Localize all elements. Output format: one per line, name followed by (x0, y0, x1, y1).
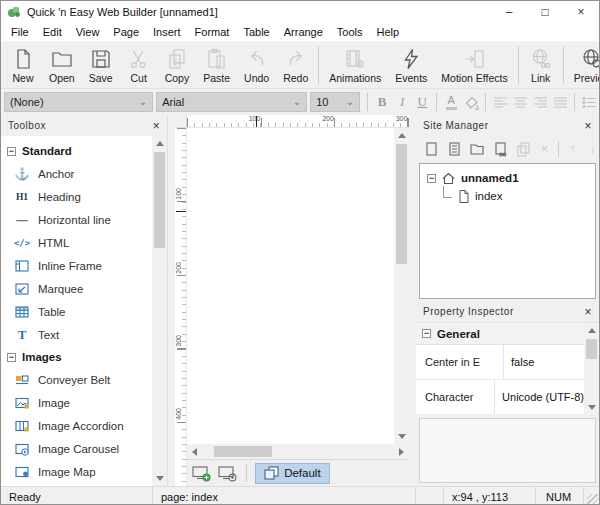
scroll-up-arrow[interactable] (584, 323, 599, 338)
move-up-button[interactable]: ↑ (566, 143, 579, 155)
scroll-right-arrow[interactable] (394, 444, 409, 459)
menu-table[interactable]: Table (236, 26, 276, 38)
menu-edit[interactable]: Edit (36, 26, 69, 38)
toolbox-item-text[interactable]: T Text (1, 323, 152, 346)
collapse-icon[interactable]: − (7, 147, 16, 156)
toolbox-item-conveyer-belt[interactable]: Conveyer Belt (1, 368, 152, 391)
property-value[interactable]: false (504, 356, 534, 368)
menu-file[interactable]: File (4, 26, 36, 38)
canvas-vertical-scrollbar[interactable] (394, 128, 409, 444)
scroll-up-arrow[interactable] (394, 128, 409, 143)
scroll-left-arrow[interactable] (187, 444, 202, 459)
collapse-icon[interactable]: − (7, 353, 16, 362)
toolbox-item-table[interactable]: Table (1, 300, 152, 323)
copy-button[interactable]: Copy (158, 45, 197, 85)
toolbox-item-html[interactable]: </> HTML (1, 231, 152, 254)
paste-button[interactable]: Paste (196, 45, 237, 85)
preview-button[interactable]: Preview (567, 45, 600, 85)
font-select[interactable]: Arial ⌄ (156, 92, 307, 112)
toolbox-item-horizontal-line[interactable]: — Horizontal line (1, 208, 152, 231)
underline-button[interactable]: U (412, 92, 432, 112)
breakpoint-tab-icon (264, 466, 279, 480)
toolbox-item-image[interactable]: Image (1, 391, 152, 414)
scroll-down-arrow[interactable] (394, 429, 409, 444)
style-select[interactable]: (None) ⌄ (4, 92, 153, 112)
motion-effects-button[interactable]: Motion Effects (434, 45, 514, 85)
minimize-button[interactable]: – (491, 1, 527, 23)
cut-button[interactable]: Cut (120, 45, 158, 85)
toolbox-item-image-carousel[interactable]: Image Carousel (1, 437, 152, 460)
breakpoint-settings-button[interactable] (218, 465, 238, 482)
scrollbar-thumb[interactable] (586, 339, 597, 359)
align-right-button[interactable] (530, 92, 550, 112)
toolbox-item-inline-frame[interactable]: Inline Frame (1, 254, 152, 277)
scroll-up-arrow[interactable] (152, 136, 167, 151)
menu-page[interactable]: Page (106, 26, 146, 38)
align-left-button[interactable] (490, 92, 510, 112)
motion-effects-icon (463, 46, 487, 71)
close-button[interactable]: × (563, 1, 599, 23)
font-color-button[interactable]: A (441, 92, 461, 112)
toolbox-section-standard[interactable]: − Standard (1, 140, 152, 162)
property-inspector-scrollbar[interactable] (584, 323, 599, 415)
page-properties-button[interactable] (446, 141, 462, 157)
add-breakpoint-button[interactable] (192, 465, 212, 482)
toolbox-item-anchor[interactable]: ⚓ Anchor (1, 162, 152, 185)
page-surface[interactable] (187, 128, 394, 444)
canvas-horizontal-scrollbar[interactable] (187, 444, 409, 459)
toolbox-close-icon[interactable]: × (153, 119, 161, 133)
scroll-down-arrow[interactable] (152, 471, 167, 486)
menu-format[interactable]: Format (188, 26, 237, 38)
property-inspector-close-icon[interactable]: × (585, 305, 593, 319)
bullet-list-button[interactable] (579, 92, 599, 112)
new-page-button[interactable] (423, 141, 439, 157)
property-section-general[interactable]: − General (416, 323, 584, 345)
tab-default-breakpoint[interactable]: Default (255, 463, 329, 484)
collapse-icon[interactable]: − (422, 329, 431, 338)
property-value[interactable]: Unicode (UTF-8) (495, 391, 584, 403)
scrollbar-thumb[interactable] (214, 446, 272, 457)
new-folder-button[interactable] (469, 141, 485, 157)
link-button[interactable]: Link (522, 45, 560, 85)
italic-button[interactable]: I (392, 92, 412, 112)
scrollbar-thumb[interactable] (396, 144, 407, 264)
home-icon (441, 171, 456, 185)
menu-view[interactable]: View (69, 26, 107, 38)
redo-button[interactable]: Redo (276, 45, 315, 85)
menu-insert[interactable]: Insert (146, 26, 188, 38)
toolbox-section-images[interactable]: − Images (1, 346, 152, 368)
toolbox-item-image-map[interactable]: Image Map (1, 460, 152, 483)
toolbox-item-heading[interactable]: H1 Heading (1, 185, 152, 208)
delete-page-button[interactable]: × (538, 143, 551, 155)
align-justify-button[interactable] (550, 92, 570, 112)
toolbox-scrollbar[interactable] (152, 136, 167, 486)
clone-page-button[interactable] (515, 141, 531, 157)
toolbox-item-image-accordion[interactable]: Image Accordion (1, 414, 152, 437)
collapse-icon[interactable]: − (427, 174, 436, 183)
menu-tools[interactable]: Tools (330, 26, 370, 38)
open-button[interactable]: Open (42, 45, 82, 85)
menu-arrange[interactable]: Arrange (277, 26, 330, 38)
highlight-bucket-button[interactable] (461, 92, 481, 112)
menu-help[interactable]: Help (370, 26, 407, 38)
events-button[interactable]: Events (388, 45, 434, 85)
undo-button[interactable]: Undo (237, 45, 276, 85)
move-down-button[interactable]: ↓ (586, 143, 599, 155)
new-button[interactable]: New (4, 45, 42, 85)
align-center-button[interactable] (510, 92, 530, 112)
panel-splitter[interactable] (409, 115, 416, 486)
scrollbar-thumb[interactable] (154, 152, 165, 248)
site-tree-root[interactable]: − unnamed1 (420, 169, 595, 187)
bold-button[interactable]: B (372, 92, 392, 112)
site-manager-close-icon[interactable]: × (585, 119, 593, 133)
link-page-button[interactable] (492, 141, 508, 157)
toolbox-item-marquee[interactable]: Marquee (1, 277, 152, 300)
scroll-down-arrow[interactable] (584, 400, 599, 415)
panel-splitter[interactable] (168, 115, 175, 486)
maximize-button[interactable]: □ (527, 1, 563, 23)
font-size-select[interactable]: 10 ⌄ (310, 92, 360, 112)
animations-button[interactable]: Animations (322, 45, 388, 85)
resize-grip[interactable] (584, 487, 599, 505)
site-tree-page-index[interactable]: index (420, 187, 595, 205)
save-button[interactable]: Save (82, 45, 120, 85)
